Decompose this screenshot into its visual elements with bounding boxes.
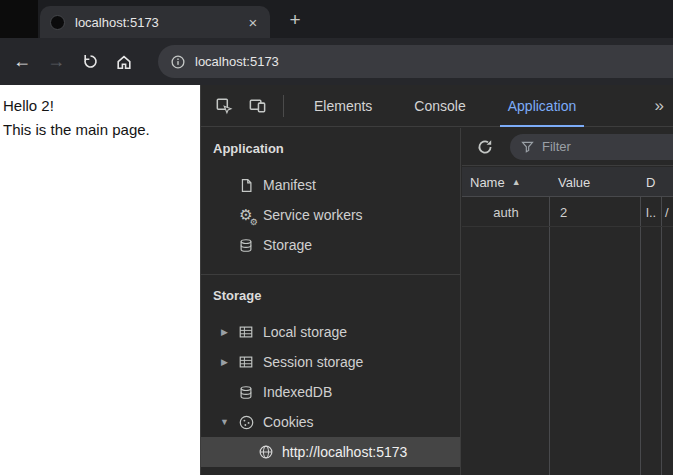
globe-icon: [256, 437, 276, 467]
filter-box[interactable]: [510, 134, 673, 160]
sidebar-item-label: Session storage: [263, 347, 363, 377]
column-header-name[interactable]: Name ▲: [470, 167, 550, 197]
sidebar-item-manifest[interactable]: Manifest: [201, 170, 460, 200]
sidebar-item-label: Local storage: [263, 317, 347, 347]
window-corner: [0, 0, 38, 38]
cookie-domain-cell[interactable]: l..: [646, 197, 656, 227]
url-bar[interactable]: localhost:5173: [158, 45, 673, 78]
tab-favicon-icon: [50, 15, 65, 30]
devtools-body: Application Manifest ⚙⚙ Service workers: [201, 128, 673, 475]
database-icon: [236, 230, 256, 260]
tab-strip: localhost:5173 × +: [0, 0, 673, 38]
sidebar-item-label: IndexedDB: [263, 377, 332, 407]
cookies-pane: Name ▲ Value D auth 2 l.. /: [462, 128, 673, 475]
sidebar-item-cookie-origin[interactable]: http://localhost:5173: [201, 437, 460, 467]
table-icon: [236, 317, 256, 347]
column-header-domain[interactable]: D: [646, 167, 662, 197]
content-area: Hello 2! This is the main page. Elements…: [0, 85, 673, 475]
table-header-row: Name ▲ Value D: [462, 167, 673, 197]
application-sidebar: Application Manifest ⚙⚙ Service workers: [201, 128, 461, 475]
sidebar-item-label: Manifest: [263, 170, 316, 200]
sidebar-item-label: Storage: [263, 230, 312, 260]
refresh-icon[interactable]: [468, 130, 502, 164]
cookies-toolbar: [462, 128, 673, 166]
more-tabs-icon[interactable]: »: [655, 96, 664, 116]
section-title-storage: Storage: [201, 275, 460, 317]
tab-elements[interactable]: Elements: [293, 85, 393, 127]
expander-collapsed-icon[interactable]: ▶: [218, 347, 231, 377]
back-icon[interactable]: ←: [5, 45, 39, 79]
device-toolbar-icon[interactable]: [240, 89, 274, 123]
browser-tab[interactable]: localhost:5173 ×: [40, 6, 270, 38]
tab-application[interactable]: Application: [487, 85, 598, 127]
sidebar-item-indexeddb[interactable]: IndexedDB: [201, 377, 460, 407]
cookie-path-cell[interactable]: /: [665, 197, 669, 227]
page-text-line1: Hello 2!: [3, 94, 196, 118]
column-header-path[interactable]: [665, 167, 673, 197]
database-icon: [236, 377, 256, 407]
new-tab-button[interactable]: +: [282, 7, 308, 33]
section-title-application: Application: [201, 128, 460, 170]
sidebar-item-cookies[interactable]: ▼ Cookies: [201, 407, 460, 437]
table-row[interactable]: auth 2 l.. /: [462, 197, 673, 227]
column-header-value[interactable]: Value: [558, 167, 641, 197]
sidebar-item-service-workers[interactable]: ⚙⚙ Service workers: [201, 200, 460, 230]
tab-close-icon[interactable]: ×: [242, 11, 264, 33]
home-icon[interactable]: [107, 45, 141, 79]
filter-funnel-icon: [520, 139, 535, 154]
tab-console[interactable]: Console: [393, 85, 486, 127]
sidebar-item-storage[interactable]: Storage: [201, 230, 460, 260]
browser-window: localhost:5173 × + ← → localhost:5173 He…: [0, 0, 673, 475]
page-text-line2: This is the main page.: [3, 118, 196, 142]
devtools-panel: Elements Console Application » Applicati…: [200, 85, 673, 475]
cookie-icon: [236, 407, 256, 437]
site-info-icon[interactable]: [170, 54, 186, 70]
web-page: Hello 2! This is the main page.: [0, 85, 200, 475]
cookie-name-cell[interactable]: auth: [462, 197, 550, 227]
sidebar-item-session-storage[interactable]: ▶ Session storage: [201, 347, 460, 377]
address-bar: ← → localhost:5173: [0, 38, 673, 85]
sidebar-item-local-storage[interactable]: ▶ Local storage: [201, 317, 460, 347]
reload-icon[interactable]: [73, 45, 107, 79]
forward-icon[interactable]: →: [39, 45, 73, 79]
service-worker-gear-icon: ⚙⚙: [236, 200, 256, 230]
expander-expanded-icon[interactable]: ▼: [218, 407, 231, 437]
url-text: localhost:5173: [195, 54, 279, 69]
sidebar-item-label: Service workers: [263, 200, 363, 230]
inspect-element-icon[interactable]: [206, 89, 240, 123]
cookies-table: Name ▲ Value D auth 2 l.. /: [462, 167, 673, 475]
table-icon: [236, 347, 256, 377]
expander-collapsed-icon[interactable]: ▶: [218, 317, 231, 347]
tab-title: localhost:5173: [75, 15, 242, 30]
cookie-value-cell[interactable]: 2: [560, 197, 567, 227]
sort-asc-icon: ▲: [512, 177, 521, 187]
sidebar-item-label: Cookies: [263, 407, 314, 437]
document-icon: [236, 170, 256, 200]
toolbar-divider: [283, 95, 284, 117]
sidebar-item-label: http://localhost:5173: [282, 437, 407, 467]
filter-input[interactable]: [542, 139, 673, 154]
devtools-toolbar: Elements Console Application »: [201, 85, 673, 127]
